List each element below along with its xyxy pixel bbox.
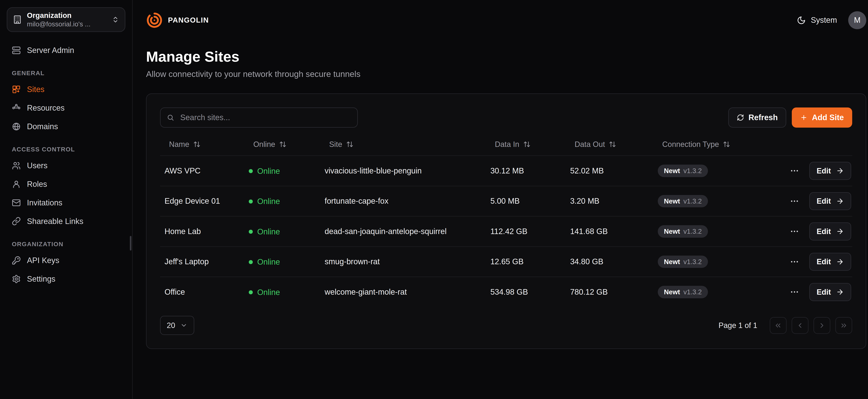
column-header-name[interactable]: Name — [160, 140, 244, 149]
column-header-data-out[interactable]: Data Out — [566, 140, 653, 149]
site-slug: smug-brown-rat — [320, 257, 486, 266]
sort-icon — [346, 141, 353, 148]
theme-label: System — [811, 16, 837, 25]
online-label: Online — [257, 197, 280, 206]
last-page-button[interactable] — [835, 317, 852, 334]
column-header-data-in[interactable]: Data In — [486, 140, 566, 149]
chevrons-up-down-icon — [112, 16, 119, 23]
sidebar-item-invitations[interactable]: Invitations — [7, 193, 125, 212]
connection-type-badge: Newtv1.3.2 — [658, 255, 708, 268]
main-content: PANGOLIN System M Manage Sites Allow con… — [133, 0, 868, 399]
online-dot — [249, 169, 253, 173]
online-label: Online — [257, 167, 280, 176]
sidebar-item-server-admin[interactable]: Server Admin — [7, 41, 125, 60]
data-in-value: 112.42 GB — [486, 227, 566, 236]
card-toolbar: Refresh Add Site — [160, 108, 852, 128]
sidebar-item-settings[interactable]: Settings — [7, 270, 125, 288]
topbar: PANGOLIN System M — [146, 0, 866, 40]
edit-button[interactable]: Edit — [809, 222, 851, 241]
next-page-button[interactable] — [813, 317, 830, 334]
table-footer: 20 Page 1 of 1 — [160, 316, 852, 335]
org-picker-label: Organization — [27, 11, 107, 20]
edit-button[interactable]: Edit — [809, 162, 851, 180]
page-indicator: Page 1 of 1 — [718, 321, 757, 330]
resources-icon — [12, 103, 21, 113]
data-out-value: 3.20 MB — [566, 196, 653, 206]
sidebar-item-roles[interactable]: Roles — [7, 175, 125, 193]
row-menu-button[interactable] — [790, 257, 799, 267]
sidebar-item-resources[interactable]: Resources — [7, 99, 125, 117]
data-in-value: 30.12 MB — [486, 166, 566, 175]
toolbar-actions: Refresh Add Site — [728, 108, 852, 128]
row-actions: Edit — [788, 162, 852, 180]
users-icon — [12, 161, 21, 170]
add-site-button[interactable]: Add Site — [792, 108, 852, 128]
online-dot — [249, 230, 253, 234]
sort-icon — [523, 141, 530, 148]
sidebar-item-label: Resources — [27, 103, 65, 113]
page-subtitle: Allow connectivity to your network throu… — [146, 69, 866, 79]
refresh-button[interactable]: Refresh — [728, 108, 786, 128]
row-actions: Edit — [788, 253, 852, 271]
org-picker[interactable]: Organization milo@fossorial.io's ... — [7, 7, 125, 32]
data-out-value: 780.12 GB — [566, 287, 653, 297]
sidebar-scrollbar[interactable] — [130, 236, 132, 250]
row-menu-button[interactable] — [790, 226, 799, 236]
footer-right: Page 1 of 1 — [718, 317, 852, 334]
row-menu-button[interactable] — [790, 166, 799, 176]
row-actions: Edit — [788, 283, 852, 301]
arrow-right-icon — [836, 288, 844, 296]
sidebar-item-label: API Keys — [27, 255, 59, 265]
column-header-site[interactable]: Site — [320, 140, 486, 149]
edit-button[interactable]: Edit — [809, 192, 851, 210]
data-in-value: 5.00 MB — [486, 196, 566, 206]
pangolin-logo — [146, 12, 163, 29]
sidebar-item-shareable-links[interactable]: Shareable Links — [7, 212, 125, 231]
data-in-value: 534.98 GB — [486, 287, 566, 297]
row-menu-button[interactable] — [790, 287, 799, 297]
topbar-right: System M — [797, 11, 866, 29]
edit-button[interactable]: Edit — [809, 253, 851, 271]
pager — [770, 317, 852, 334]
first-page-button[interactable] — [770, 317, 786, 334]
site-name: Home Lab — [160, 227, 244, 236]
chevron-right-icon — [818, 321, 826, 329]
site-name: Edge Device 01 — [160, 196, 244, 206]
site-name: AWS VPC — [160, 166, 244, 175]
row-actions: Edit — [788, 222, 852, 241]
table-row: Home Lab Online dead-san-joaquin-antelop… — [160, 216, 852, 246]
refresh-icon — [737, 114, 744, 121]
column-header-connection-type[interactable]: Connection Type — [653, 140, 788, 149]
sidebar-item-label: Sites — [27, 85, 44, 94]
sidebar-item-domains[interactable]: Domains — [7, 117, 125, 136]
building-icon — [13, 15, 22, 24]
sidebar-item-api-keys[interactable]: API Keys — [7, 251, 125, 270]
sort-icon — [193, 141, 200, 148]
sort-icon — [723, 141, 730, 148]
sidebar-item-label: Server Admin — [27, 45, 74, 55]
row-actions: Edit — [788, 192, 852, 210]
online-label: Online — [257, 227, 280, 236]
arrow-right-icon — [836, 258, 844, 266]
search-input[interactable] — [179, 113, 351, 123]
page-size-select[interactable]: 20 — [160, 316, 194, 335]
site-name: Office — [160, 287, 244, 297]
data-out-value: 34.80 GB — [566, 257, 653, 266]
column-header-online[interactable]: Online — [244, 140, 320, 149]
status-badge: Online — [249, 227, 280, 236]
sites-table: Name Online Site Data In Data Out Connec… — [160, 135, 852, 307]
app: Organization milo@fossorial.io's ... Ser… — [0, 0, 868, 399]
edit-button[interactable]: Edit — [809, 283, 851, 301]
plus-icon — [800, 114, 807, 121]
prev-page-button[interactable] — [792, 317, 808, 334]
sidebar-item-sites[interactable]: Sites — [7, 80, 125, 99]
site-slug: dead-san-joaquin-antelope-squirrel — [320, 227, 486, 236]
site-slug: fortunate-cape-fox — [320, 196, 486, 206]
row-menu-button[interactable] — [790, 196, 799, 206]
sidebar-item-users[interactable]: Users — [7, 156, 125, 175]
brand[interactable]: PANGOLIN — [146, 12, 209, 29]
theme-toggle[interactable]: System — [797, 16, 837, 25]
sidebar: Organization milo@fossorial.io's ... Ser… — [0, 0, 133, 399]
mail-icon — [12, 198, 21, 207]
avatar[interactable]: M — [848, 11, 866, 29]
